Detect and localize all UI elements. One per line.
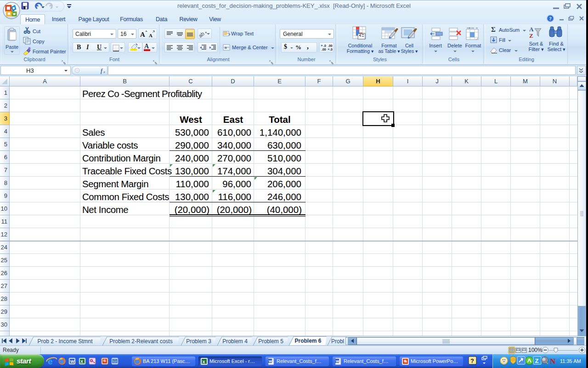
svg-text:A: A xyxy=(529,26,534,33)
svg-text:X: X xyxy=(80,359,83,364)
svg-text:Z: Z xyxy=(535,357,539,364)
svg-text:x: x xyxy=(103,69,105,74)
svg-text:.0: .0 xyxy=(323,44,326,47)
svg-text:?: ? xyxy=(549,16,552,21)
svg-text:W: W xyxy=(70,359,74,364)
svg-text:a: a xyxy=(225,46,227,50)
svg-text:.00: .00 xyxy=(322,48,326,51)
svg-text:.00: .00 xyxy=(328,44,333,47)
svg-text:A: A xyxy=(149,33,153,38)
svg-text:A: A xyxy=(140,31,145,38)
svg-text:N: N xyxy=(550,357,556,366)
svg-text:.0: .0 xyxy=(330,48,333,51)
svg-text:X: X xyxy=(203,360,205,364)
svg-text:ab: ab xyxy=(199,31,205,38)
svg-text:?: ? xyxy=(470,357,474,364)
svg-text:W: W xyxy=(269,359,272,363)
svg-text:W: W xyxy=(336,359,339,363)
svg-text:f: f xyxy=(101,68,103,74)
svg-text:Z: Z xyxy=(529,32,533,39)
